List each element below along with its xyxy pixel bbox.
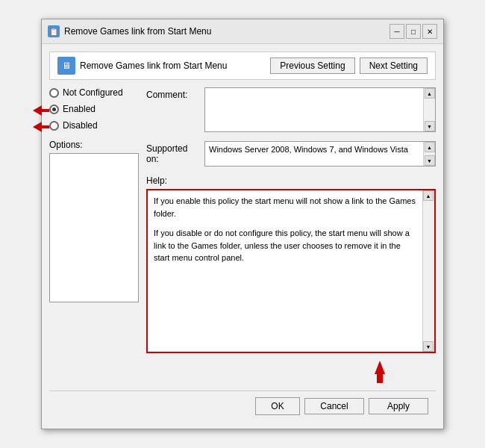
supported-scroll-up[interactable]: ▲ bbox=[425, 142, 435, 152]
svg-marker-0 bbox=[33, 105, 49, 116]
maximize-button[interactable]: □ bbox=[406, 24, 421, 39]
window-title: Remove Games link from Start Menu bbox=[64, 26, 211, 37]
title-bar-controls: ─ □ ✕ bbox=[389, 24, 437, 39]
radio-not-configured-label: Not Configured bbox=[63, 87, 123, 98]
radio-group: Not Configured Enabled bbox=[49, 87, 139, 131]
header-title-text: Remove Games link from Start Menu bbox=[80, 60, 227, 71]
title-bar: 📋 Remove Games link from Start Menu ─ □ … bbox=[42, 19, 443, 44]
help-scrollbar: ▲ ▼ bbox=[422, 190, 434, 352]
radio-not-configured[interactable]: Not Configured bbox=[49, 87, 139, 98]
header-section: 🖥 Remove Games link from Start Menu Prev… bbox=[49, 52, 436, 80]
title-bar-left: 📋 Remove Games link from Start Menu bbox=[48, 25, 211, 37]
annotation-arrow-2 bbox=[33, 120, 49, 134]
supported-label: Supported on: bbox=[146, 141, 198, 164]
options-box bbox=[49, 153, 139, 302]
help-label: Help: bbox=[146, 175, 436, 186]
radio-enabled-input[interactable] bbox=[49, 105, 59, 114]
right-panel: Comment: ▲ ▼ Support bbox=[146, 87, 436, 383]
comment-scrollbar: ▲ ▼ bbox=[423, 88, 435, 131]
svg-marker-2 bbox=[375, 361, 385, 383]
dialog-content: 🖥 Remove Games link from Start Menu Prev… bbox=[42, 44, 443, 429]
ok-arrow-container bbox=[146, 361, 436, 383]
help-text-2: If you disable or do not configure this … bbox=[154, 227, 416, 264]
comment-scroll-up[interactable]: ▲ bbox=[425, 88, 435, 99]
left-panel: Not Configured Enabled bbox=[49, 87, 139, 383]
header-buttons: Previous Setting Next Setting bbox=[270, 57, 428, 74]
comment-content[interactable] bbox=[205, 88, 423, 131]
comment-scroll-down[interactable]: ▼ bbox=[425, 121, 435, 131]
next-setting-button[interactable]: Next Setting bbox=[360, 57, 428, 74]
annotation-arrow-ok bbox=[369, 361, 391, 383]
radio-enabled-label: Enabled bbox=[63, 104, 96, 114]
supported-value: Windows Server 2008, Windows 7, and Wind… bbox=[205, 142, 423, 166]
dialog-window: 📋 Remove Games link from Start Menu ─ □ … bbox=[41, 19, 444, 429]
enabled-row: Enabled bbox=[49, 104, 139, 114]
help-scroll-down[interactable]: ▼ bbox=[423, 341, 434, 352]
radio-not-configured-input[interactable] bbox=[49, 88, 59, 98]
apply-button[interactable]: Apply bbox=[369, 398, 428, 414]
header-title: 🖥 Remove Games link from Start Menu bbox=[57, 57, 227, 75]
minimize-button[interactable]: ─ bbox=[389, 24, 404, 39]
help-section: Help: If you enable this policy the star… bbox=[146, 175, 436, 353]
comment-box: ▲ ▼ bbox=[204, 87, 436, 132]
ok-button[interactable]: OK bbox=[255, 397, 300, 415]
disabled-row: Disabled bbox=[49, 120, 139, 131]
radio-disabled[interactable]: Disabled bbox=[49, 120, 98, 131]
radio-disabled-label: Disabled bbox=[63, 120, 98, 131]
supported-scroll-down[interactable]: ▼ bbox=[425, 155, 435, 166]
help-box: If you enable this policy the start menu… bbox=[146, 189, 436, 353]
cancel-button[interactable]: Cancel bbox=[304, 398, 364, 414]
help-scroll-up[interactable]: ▲ bbox=[423, 190, 434, 201]
help-scroll-track bbox=[423, 201, 434, 341]
supported-row: Supported on: Windows Server 2008, Windo… bbox=[146, 141, 436, 167]
help-content: If you enable this policy the start menu… bbox=[148, 190, 422, 352]
supported-scrollbar: ▲ ▼ bbox=[423, 142, 435, 166]
options-label: Options: bbox=[49, 140, 139, 150]
annotation-arrow-1 bbox=[33, 104, 49, 117]
help-text-1: If you enable this policy the start menu… bbox=[154, 195, 416, 220]
comment-box-inner: ▲ ▼ bbox=[205, 88, 435, 131]
prev-setting-button[interactable]: Previous Setting bbox=[270, 57, 354, 74]
header-icon: 🖥 bbox=[57, 57, 75, 75]
comment-label: Comment: bbox=[146, 87, 198, 100]
svg-marker-1 bbox=[33, 122, 49, 132]
main-area: Not Configured Enabled bbox=[49, 87, 436, 383]
radio-disabled-input[interactable] bbox=[49, 121, 59, 131]
radio-enabled[interactable]: Enabled bbox=[49, 104, 96, 114]
close-button[interactable]: ✕ bbox=[422, 24, 437, 39]
window-icon: 📋 bbox=[48, 25, 60, 37]
bottom-bar: OK Cancel Apply bbox=[49, 391, 436, 421]
comment-row: Comment: ▲ ▼ bbox=[146, 87, 436, 132]
supported-box: Windows Server 2008, Windows 7, and Wind… bbox=[204, 141, 436, 167]
